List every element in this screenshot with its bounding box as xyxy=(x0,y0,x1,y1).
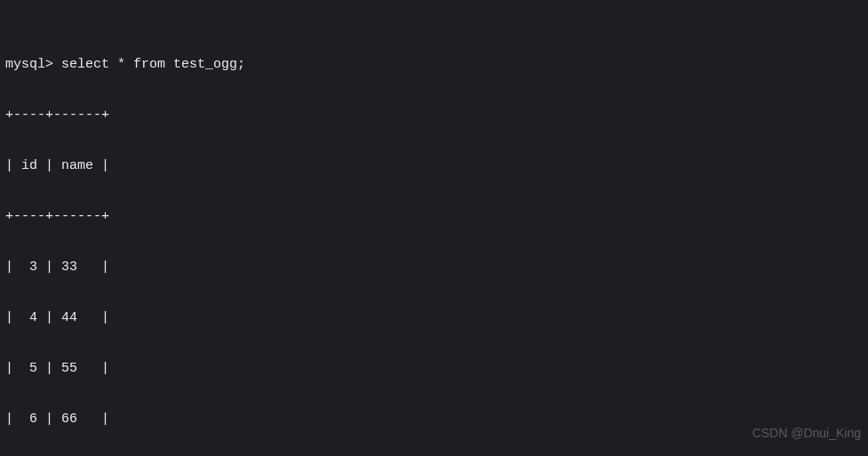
table-row: | 6 | 66 | xyxy=(5,411,863,428)
table-row: | 3 | 33 | xyxy=(5,259,863,276)
table-border: +----+------+ xyxy=(5,107,863,124)
table-border: +----+------+ xyxy=(5,208,863,225)
watermark: CSDN @Dnui_King xyxy=(753,425,861,442)
query-line: mysql> select * from test_ogg; xyxy=(5,56,863,73)
table-header: | id | name | xyxy=(5,157,863,174)
table-row: | 4 | 44 | xyxy=(5,309,863,326)
table-row: | 5 | 55 | xyxy=(5,360,863,377)
mysql-prompt: mysql> xyxy=(5,57,53,72)
sql-command: select * from test_ogg; xyxy=(61,57,245,72)
terminal[interactable]: mysql> select * from test_ogg; +----+---… xyxy=(0,0,868,456)
